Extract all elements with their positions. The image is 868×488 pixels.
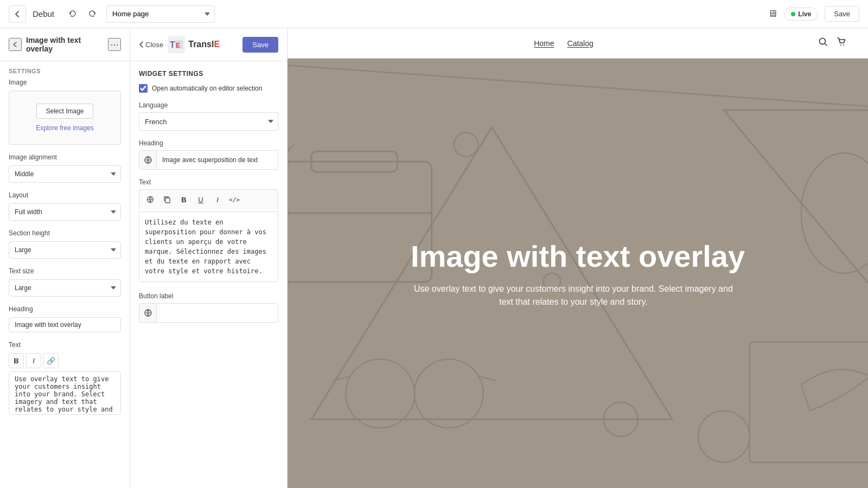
text-editor-toolbar: B U I </> xyxy=(139,189,278,209)
layout-section: Layout Full width xyxy=(9,191,121,221)
section-height-label: Section height xyxy=(9,229,121,237)
sidebar-back-button[interactable] xyxy=(9,38,22,51)
svg-point-21 xyxy=(346,359,414,428)
sidebar-header: Image with text overlay ··· xyxy=(0,28,130,61)
svg-point-29 xyxy=(698,410,750,462)
svg-point-20 xyxy=(801,153,868,273)
text-size-section: Text size Large xyxy=(9,267,121,297)
nav-icons xyxy=(818,37,846,49)
undo-button[interactable] xyxy=(65,6,81,22)
italic-text-button[interactable]: I xyxy=(210,192,225,207)
live-dot xyxy=(791,12,795,16)
underline-text-button[interactable]: U xyxy=(193,192,208,207)
image-label: Image xyxy=(9,79,121,86)
settings-label: SETTINGS xyxy=(0,61,130,79)
page-select[interactable]: Home page xyxy=(106,5,215,23)
code-button[interactable]: </> xyxy=(227,192,242,207)
preview-area: Home Catalog xyxy=(288,28,868,488)
close-button[interactable]: Close xyxy=(139,41,163,49)
svg-point-16 xyxy=(454,132,478,156)
select-image-button[interactable]: Select Image xyxy=(36,104,93,119)
italic-button[interactable]: I xyxy=(26,353,41,368)
auto-open-row: Open automatically on editor selection xyxy=(139,84,278,93)
image-alignment-select[interactable]: Middle xyxy=(9,165,121,183)
button-translate-icon xyxy=(139,304,157,322)
bold-button[interactable]: B xyxy=(9,353,24,368)
button-label-input[interactable] xyxy=(157,305,278,321)
svg-rect-25 xyxy=(750,342,868,463)
preview-content: Image with text overlay Use overlay text… xyxy=(288,59,868,488)
heading-label: Heading xyxy=(9,305,121,313)
copy-button[interactable] xyxy=(159,192,175,207)
heading-field-label: Heading xyxy=(139,139,278,147)
sidebar-more-button[interactable]: ··· xyxy=(108,38,121,51)
explore-free-images-link[interactable]: Explore free images xyxy=(36,124,94,132)
transle-scroll-area: WIDGET SETTINGS Open automatically on ed… xyxy=(130,61,287,488)
svg-point-10 xyxy=(843,44,844,46)
preview-nav: Home Catalog xyxy=(288,28,868,59)
bold-text-button[interactable]: B xyxy=(176,192,192,207)
image-section: Image Select Image Explore free images xyxy=(9,79,121,145)
button-label-row xyxy=(139,303,278,323)
live-badge[interactable]: Live xyxy=(784,8,818,21)
button-label-group: Button label xyxy=(139,292,278,323)
sidebar-scroll-area: Image Select Image Explore free images I… xyxy=(0,79,130,488)
transle-logo: T E TranslE xyxy=(168,36,238,53)
save-button[interactable]: Save xyxy=(825,6,859,22)
transle-logo-text: TranslE xyxy=(188,40,220,49)
auto-open-label: Open automatically on editor selection xyxy=(152,85,262,92)
section-height-select[interactable]: Large xyxy=(9,241,121,259)
text-group: Text B U I </> Utilisez du texte en supe… xyxy=(139,178,278,284)
left-sidebar: Image with text overlay ··· SETTINGS Ima… xyxy=(0,28,130,488)
heading-input[interactable] xyxy=(9,317,121,332)
translate-text-icon[interactable] xyxy=(143,192,158,207)
text-label: Text xyxy=(9,341,121,349)
transle-logo-icon: T E xyxy=(168,36,185,53)
svg-point-22 xyxy=(414,359,483,428)
auto-open-checkbox[interactable] xyxy=(139,84,148,93)
svg-line-24 xyxy=(479,376,496,381)
main-layout: Image with text overlay ··· SETTINGS Ima… xyxy=(0,28,868,488)
image-upload-area: Select Image Explore free images xyxy=(9,91,121,145)
language-label: Language xyxy=(139,101,278,109)
image-alignment-section: Image alignment Middle xyxy=(9,153,121,183)
redo-button[interactable] xyxy=(84,6,100,22)
search-icon[interactable] xyxy=(818,37,828,49)
svg-point-9 xyxy=(840,44,841,46)
store-title: Debut xyxy=(33,9,54,18)
transle-save-button[interactable]: Save xyxy=(242,37,278,53)
nav-catalog[interactable]: Catalog xyxy=(567,39,593,48)
button-label-field-label: Button label xyxy=(139,292,278,300)
link-button[interactable]: 🔗 xyxy=(43,353,59,368)
nav-home[interactable]: Home xyxy=(534,39,554,48)
monitor-icon[interactable]: 🖥 xyxy=(768,8,777,20)
preview-heading: Image with text overlay xyxy=(411,239,745,274)
svg-rect-6 xyxy=(165,198,170,203)
sidebar-title: Image with text overlay xyxy=(26,36,104,53)
image-alignment-label: Image alignment xyxy=(9,153,121,161)
nav-links: Home Catalog xyxy=(534,39,593,48)
text-field-label: Text xyxy=(139,178,278,186)
heading-input-row xyxy=(139,150,278,170)
svg-point-8 xyxy=(820,38,826,44)
cart-icon[interactable] xyxy=(837,37,846,49)
preview-overlay-text: Image with text overlay Use overlay text… xyxy=(400,228,756,319)
svg-text:E: E xyxy=(176,42,180,49)
transle-panel: Close T E TranslE Save WIDGET SETTINGS xyxy=(130,28,288,488)
text-translation-area[interactable]: Utilisez du texte en superposition pour … xyxy=(139,211,278,282)
topbar: Debut Home page 🖥 Live Save xyxy=(0,0,868,28)
layout-select[interactable]: Full width xyxy=(9,203,121,221)
language-group: Language French xyxy=(139,101,278,131)
heading-translation-input[interactable] xyxy=(157,153,278,167)
svg-text:T: T xyxy=(170,40,175,49)
translate-icon xyxy=(139,151,157,169)
heading-section: Heading xyxy=(9,305,121,332)
svg-line-26 xyxy=(288,144,294,196)
svg-line-27 xyxy=(288,59,868,110)
language-select[interactable]: French xyxy=(139,112,278,131)
heading-group: Heading xyxy=(139,139,278,170)
text-size-select[interactable]: Large xyxy=(9,279,121,297)
undo-redo-group xyxy=(65,6,100,22)
back-button[interactable] xyxy=(9,5,26,23)
text-area[interactable]: Use overlay text to give your customers … xyxy=(9,371,121,415)
